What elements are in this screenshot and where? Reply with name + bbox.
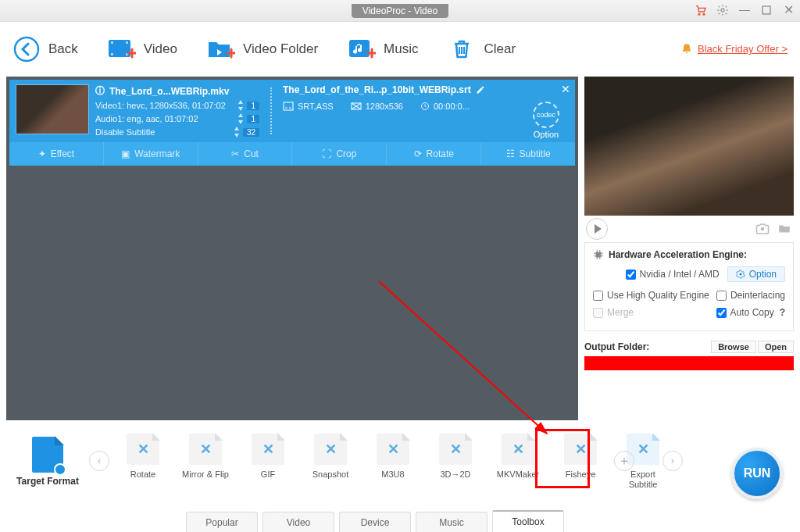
gpu-checkbox[interactable]: Nvidia / Intel / AMD — [626, 269, 720, 280]
back-icon — [12, 35, 41, 63]
tool-icon: ✕ — [638, 441, 649, 458]
tool-gif[interactable]: ✕GIF — [242, 434, 294, 489]
cart-icon[interactable] — [694, 3, 708, 17]
toolbox-strip: ✕Rotate ✕Mirror & Flip ✕GIF ✕Snapshot ✕M… — [117, 434, 669, 489]
preview-player — [584, 77, 794, 216]
effect-button[interactable]: ✦Effect — [9, 142, 104, 166]
back-button[interactable]: Back — [12, 35, 78, 63]
autocopy-checkbox[interactable]: Auto Copy? — [716, 307, 785, 318]
tool-mkvmaker[interactable]: ✕MKVMaker — [492, 434, 544, 489]
tool-icon: ✕ — [200, 441, 212, 458]
subtitle-info: Disable Subtitle — [95, 127, 155, 137]
tab-popular[interactable]: Popular — [186, 512, 258, 532]
tab-device[interactable]: Device — [339, 512, 411, 532]
tool-mirror-flip[interactable]: ✕Mirror & Flip — [180, 434, 231, 489]
scroll-left-button[interactable]: ‹ — [89, 451, 109, 471]
promo-offer-text: Black Friday Offer > — [698, 43, 788, 55]
browse-button[interactable]: Browse — [711, 341, 756, 353]
subtitle-button[interactable]: ☷Subtitle — [481, 142, 575, 166]
add-video-button[interactable]: Video — [108, 35, 177, 63]
open-folder-icon[interactable] — [777, 222, 792, 236]
play-button[interactable] — [586, 218, 608, 240]
app-title: VideoProc - Video — [352, 4, 448, 18]
content-area: ✕ ⓘ The_Lord_o...WEBRip.mkv Video1: hevc… — [0, 77, 800, 420]
category-tabs: Popular Video Device Music Toolbox — [0, 509, 800, 532]
edit-filename-icon[interactable] — [476, 85, 485, 95]
tab-music[interactable]: Music — [416, 512, 488, 532]
video-label: Video — [144, 41, 177, 57]
gear-icon — [736, 270, 745, 279]
bell-icon — [680, 43, 693, 55]
add-video-folder-button[interactable]: Video Folder — [207, 35, 318, 63]
codec-option-label: Option — [534, 130, 559, 139]
tool-snapshot[interactable]: ✕Snapshot — [305, 434, 356, 489]
watermark-button[interactable]: ▣Watermark — [104, 142, 198, 166]
subtitle-format: SRT,ASS — [298, 102, 334, 111]
resolution-icon — [351, 102, 362, 111]
divider — [270, 87, 272, 134]
maximize-button[interactable] — [759, 3, 773, 17]
file-thumbnail — [16, 84, 89, 134]
tool-3d-2d[interactable]: ✕3D→2D — [430, 434, 481, 489]
help-icon[interactable]: ? — [780, 307, 785, 318]
svg-rect-8 — [126, 41, 128, 44]
merge-checkbox: Merge — [593, 307, 634, 318]
side-panel: Hardware Acceleration Engine: Nvidia / I… — [583, 77, 800, 420]
video-folder-label: Video Folder — [243, 41, 318, 57]
duration-value: 00:00:0... — [434, 102, 470, 111]
promo-offer-link[interactable]: Black Friday Offer > — [680, 43, 788, 55]
folder-icon — [207, 35, 235, 63]
open-button[interactable]: Open — [758, 341, 794, 353]
music-label: Music — [384, 41, 418, 57]
minimize-button[interactable] — [738, 3, 752, 17]
hw-accel-box: Hardware Acceleration Engine: Nvidia / I… — [584, 242, 794, 331]
target-format-button[interactable]: Target Format — [12, 437, 83, 487]
crop-button[interactable]: ⛶Crop — [292, 142, 387, 166]
chip-icon — [593, 249, 604, 260]
add-format-button[interactable]: ＋ — [614, 451, 634, 471]
tool-icon: ✕ — [575, 441, 587, 458]
tab-video[interactable]: Video — [262, 512, 334, 532]
source-filename: The_Lord_o...WEBRip.mkv — [109, 86, 229, 97]
output-filename: The_Lord_of_the_Ri...p_10bit_WEBRip.srt — [283, 84, 471, 95]
settings-icon[interactable] — [716, 3, 730, 17]
svg-rect-6 — [111, 41, 113, 44]
hw-option-button[interactable]: Option — [727, 266, 785, 282]
output-path-field[interactable] — [584, 356, 794, 370]
tool-rotate[interactable]: ✕Rotate — [117, 434, 169, 489]
audio-stream-stepper[interactable] — [238, 113, 244, 124]
snapshot-icon[interactable] — [755, 222, 770, 236]
tool-icon: ✕ — [512, 441, 524, 458]
cut-button[interactable]: ✂Cut — [198, 142, 293, 166]
watermark-icon: ▣ — [121, 148, 130, 159]
resolution-value: 1280x536 — [366, 102, 403, 111]
video-stream-count: 1 — [247, 102, 259, 110]
video-stream-info: Video1: hevc, 1280x536, 01:07:02 — [95, 101, 226, 110]
svg-rect-11 — [284, 102, 293, 110]
close-button[interactable]: ✕ — [781, 3, 795, 17]
scissors-icon: ✂ — [231, 148, 239, 159]
tool-fisheye[interactable]: ✕Fisheye — [555, 434, 606, 489]
tool-m3u8[interactable]: ✕M3U8 — [367, 434, 419, 489]
add-music-button[interactable]: Music — [348, 35, 418, 63]
remove-file-button[interactable]: ✕ — [561, 83, 570, 95]
svg-point-1 — [703, 13, 705, 15]
video-stream-stepper[interactable] — [238, 100, 244, 111]
file-card[interactable]: ✕ ⓘ The_Lord_o...WEBRip.mkv Video1: hevc… — [9, 80, 575, 166]
trash-icon — [448, 35, 476, 63]
rotate-button[interactable]: ⟳Rotate — [387, 142, 481, 166]
subtitle-stepper[interactable] — [234, 127, 240, 137]
clear-button[interactable]: Clear — [448, 35, 516, 63]
tool-icon: ✕ — [450, 441, 462, 458]
rotate-icon: ⟳ — [414, 148, 422, 159]
tab-toolbox[interactable]: Toolbox — [492, 510, 564, 532]
format-bar: Target Format ‹ ✕Rotate ✕Mirror & Flip ✕… — [0, 423, 800, 509]
svg-point-4 — [15, 37, 38, 61]
source-list-pane: ✕ ⓘ The_Lord_o...WEBRip.mkv Video1: hevc… — [6, 77, 578, 420]
scroll-right-button[interactable]: › — [662, 451, 683, 471]
codec-option-button[interactable]: codec Option — [525, 102, 567, 139]
target-format-label: Target Format — [12, 476, 83, 487]
run-button[interactable]: RUN — [731, 448, 783, 499]
deinterlacing-checkbox[interactable]: Deinterlacing — [716, 290, 785, 301]
hq-engine-checkbox[interactable]: Use High Quality Engine — [593, 290, 709, 301]
